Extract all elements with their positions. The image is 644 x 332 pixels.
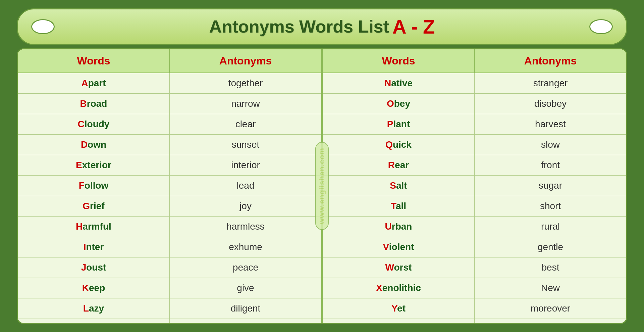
table-row: Follow lead xyxy=(18,176,321,196)
table-row: Apart together xyxy=(18,73,321,94)
word-cell: Inter xyxy=(18,237,170,257)
antonym-cell: clear xyxy=(170,114,321,134)
table-container: Words Antonyms Apart together Broad narr… xyxy=(17,48,627,324)
first-letter: E xyxy=(76,160,82,170)
antonym-cell: harvest xyxy=(475,114,626,134)
word-cell: Worst xyxy=(323,257,475,278)
antonym-cell: peace xyxy=(170,257,321,278)
rest-word: alt xyxy=(396,180,407,191)
antonym-cell: lead xyxy=(170,176,321,196)
right-antonyms-header: Antonyms xyxy=(475,49,626,73)
table-row: Harmful harmless xyxy=(18,217,321,237)
first-letter: Z xyxy=(391,324,397,324)
left-data-rows: Apart together Broad narrow Cloudy clear… xyxy=(18,73,321,324)
right-words-header: Words xyxy=(323,49,475,73)
table-row: Rear front xyxy=(323,155,626,176)
center-divider: www.englishan.com xyxy=(321,49,323,323)
table-row: Xenolithic New xyxy=(323,278,626,298)
word-cell: Follow xyxy=(18,176,170,196)
antonym-cell: sunset xyxy=(170,135,321,155)
rest-word: orst xyxy=(394,262,412,273)
left-table: Words Antonyms Apart together Broad narr… xyxy=(18,49,321,323)
first-letter: O xyxy=(387,98,394,109)
word-cell: Yet xyxy=(323,298,475,319)
antonym-cell: front xyxy=(475,155,626,175)
table-row: Down sunset xyxy=(18,135,321,155)
antonym-cell: rural xyxy=(475,217,626,237)
first-letter: J xyxy=(81,262,87,273)
first-letter: B xyxy=(80,98,87,109)
table-row: Urban rural xyxy=(323,217,626,237)
word-cell: Rear xyxy=(323,155,475,175)
table-row: Grief joy xyxy=(18,196,321,217)
table-row: Plant harvest xyxy=(323,114,626,135)
table-row: Yet moreover xyxy=(323,298,626,319)
title-bar: Antonyms Words List A - Z xyxy=(17,8,627,45)
first-letter: P xyxy=(387,119,393,129)
first-letter: N xyxy=(384,78,391,88)
word-cell: Violent xyxy=(323,237,475,257)
word-cell: Quick xyxy=(323,135,475,155)
antonym-cell: exhume xyxy=(170,237,321,257)
table-row: Violent gentle xyxy=(323,237,626,257)
right-col-headers: Words Antonyms xyxy=(323,49,626,73)
antonym-cell: diligent xyxy=(170,298,321,319)
rest-word: loudy xyxy=(85,119,110,129)
first-letter: X xyxy=(376,283,382,293)
word-cell: Zip xyxy=(323,319,475,324)
table-row: Broad narrow xyxy=(18,94,321,114)
antonym-cell: slow xyxy=(475,135,626,155)
rest-word: road xyxy=(87,98,107,109)
first-letter: W xyxy=(385,262,394,273)
title-oval-left xyxy=(31,19,55,34)
table-wrapper: Words Antonyms Apart together Broad narr… xyxy=(18,49,626,323)
first-letter: D xyxy=(81,139,88,150)
word-cell: Exterior xyxy=(18,155,170,175)
right-table: Words Antonyms Native stranger Obey diso… xyxy=(323,49,626,323)
rest-word: own xyxy=(88,139,106,150)
word-cell: Obey xyxy=(323,94,475,114)
left-col-headers: Words Antonyms xyxy=(18,49,321,73)
word-cell: Lazy xyxy=(18,298,170,319)
rest-word: bey xyxy=(394,98,410,109)
antonym-cell: give xyxy=(170,278,321,298)
first-letter: G xyxy=(83,201,90,211)
title-az: A - Z xyxy=(392,15,435,38)
rest-word: rief xyxy=(90,201,105,211)
rest-word: part xyxy=(88,78,106,88)
first-letter: R xyxy=(388,160,395,170)
watermark: www.englishan.com xyxy=(315,142,329,230)
first-letter: S xyxy=(390,180,396,191)
first-letter: C xyxy=(78,119,85,129)
table-row: Inter exhume xyxy=(18,237,321,257)
first-letter: Y xyxy=(391,303,397,314)
rest-word: azy xyxy=(89,303,104,314)
rest-word: ip xyxy=(397,324,406,324)
first-letter: F xyxy=(79,180,85,191)
first-letter: Q xyxy=(385,139,393,150)
first-letter: U xyxy=(385,221,392,232)
table-row: Salt sugar xyxy=(323,176,626,196)
first-letter: K xyxy=(82,283,89,293)
table-row: Worst best xyxy=(323,257,626,278)
word-cell: Broad xyxy=(18,94,170,114)
antonym-cell: best xyxy=(475,257,626,278)
antonym-cell: major xyxy=(170,319,321,324)
word-cell: Native xyxy=(323,73,475,93)
first-letter: L xyxy=(83,303,89,314)
word-cell: Harmful xyxy=(18,217,170,237)
main-container: Antonyms Words List A - Z Words Antonyms… xyxy=(17,8,627,324)
rest-word: et xyxy=(397,303,406,314)
word-cell: Joust xyxy=(18,257,170,278)
antonym-cell: joy xyxy=(170,196,321,216)
rest-word: all xyxy=(396,201,406,211)
rest-word: uick xyxy=(393,139,412,150)
rest-word: oust xyxy=(86,262,106,273)
antonym-cell: together xyxy=(170,73,321,93)
word-cell: Apart xyxy=(18,73,170,93)
rest-word: ear xyxy=(395,160,409,170)
table-row: Keep give xyxy=(18,278,321,298)
rest-word: iolent xyxy=(389,242,414,252)
first-letter: V xyxy=(383,242,389,252)
rest-word: xterior xyxy=(82,160,111,170)
